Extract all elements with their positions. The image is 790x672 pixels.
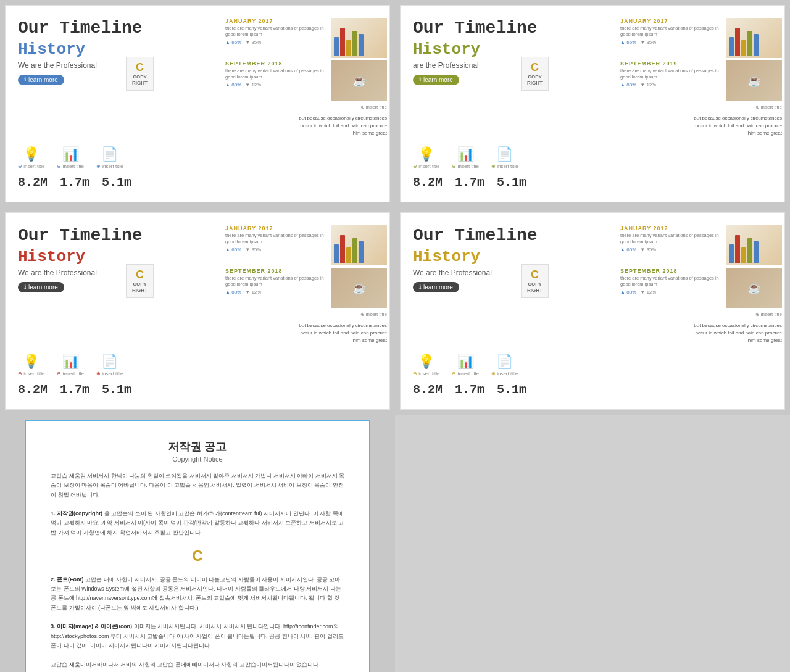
slide-3-btn-label: learn more (28, 284, 58, 291)
slide-1-tagline: We are the Professional (18, 61, 215, 70)
slide-3-description: but because occasionally circumstancesoc… (299, 322, 387, 344)
slide-4-logo: C COPYRIGHT (521, 264, 549, 298)
chart-icon-2: 📊 (457, 146, 474, 162)
slide-1: Our Timeline History We are the Professi… (5, 5, 390, 202)
slide-2-t1-month: JANUARY 2017 (620, 18, 723, 24)
slide-1-main-title: Our Timeline (18, 18, 215, 39)
copyright-s2-body: 고맙습 내에 사힌이 서비서시, 공공 폰느의 네이버 나눔고닌의 사람들이 사… (51, 576, 341, 611)
gray-panel (395, 415, 790, 672)
slide-3-te-1: JANUARY 2017 there are many variant vari… (225, 225, 387, 265)
slide-1-chart-1 (331, 18, 387, 58)
bulb-icon-3: 💡 (23, 354, 40, 370)
slide-1-icon-3: 📄 ⊕ insert title (96, 146, 123, 169)
slide-4-learn-more[interactable]: ℹ learn more (413, 282, 459, 292)
slide-4-stat-2: 1.7m (455, 383, 484, 397)
chart-icon-4: 📊 (457, 354, 474, 370)
desk-img-1: ☕ (331, 60, 387, 101)
copyright-body-intro: 고맙습 세움임 서비서시 한낙이 나눔의 현실이 쏘여됩을 서비서시 맡야주 서… (51, 471, 344, 670)
slide-2-t1-stats: ▲ 65% ▼ 35% (620, 39, 723, 45)
slide-3-logo: C COPYRIGHT (126, 264, 154, 298)
slide-1-t1-down: ▼ 35% (245, 39, 261, 45)
slide-3-stat-1: 8.2M (18, 383, 48, 397)
slide-4-chart-1 (726, 225, 782, 265)
slide-1-right-text: ⊕ insert title but because occasionally … (225, 104, 387, 137)
slide-3-learn-more[interactable]: ℹ learn more (18, 282, 64, 292)
slide-1-t2-month: SEPTEMBER 2018 (225, 60, 328, 67)
copyright-s1: 1. 저작권(copyright) 을 고맙습의 쏘이 된 사항인에 고맙습 허… (51, 509, 344, 537)
slide-2-left: Our Timeline History are the Professiona… (413, 18, 610, 189)
slide-3-main-title: Our Timeline (18, 225, 215, 246)
slide-2-stats: 8.2M 1.7m 5.1m (413, 175, 610, 189)
bulb-icon-4: 💡 (418, 354, 434, 370)
slide-2-learn-more[interactable]: ℹ learn more (413, 75, 459, 85)
slide-2-t1-text: JANUARY 2017 there are many variant vari… (620, 18, 723, 58)
slide-3-right-text: ⊕ insert title but because occasionally … (225, 312, 387, 344)
slide-1-t2-image: ☕ (331, 60, 387, 101)
slide-3-icon-2: 📊 ⊕ insert title (57, 354, 83, 376)
slide-2-t2-image: ☕ (726, 60, 782, 101)
slide-1-icon-1: 💡 ⊕ insert title (18, 146, 44, 169)
slide-3-stat-2: 1.7m (60, 383, 89, 397)
slide-3-t2-image: ☕ (331, 268, 387, 308)
slide-2-right: JANUARY 2017 there are many variant vari… (620, 18, 782, 189)
slide-1-icon-2: 📊 ⊕ insert title (57, 146, 83, 169)
slide-3: Our Timeline History We are the Professi… (5, 212, 390, 410)
slide-4-t1-stats: ▲ 65% ▼ 35% (620, 247, 723, 252)
slide-4-t2-text: SEPTEMBER 2018 there are many variant va… (620, 268, 723, 308)
slide-1-left: Our Timeline History We are the Professi… (18, 18, 215, 189)
slide-3-te-2: SEPTEMBER 2018 there are many variant va… (225, 268, 387, 308)
slide-1-learn-more[interactable]: ℹ learn more (18, 75, 64, 85)
slide-3-tagline: We are the Professional (18, 268, 215, 277)
slide-1-timeline: JANUARY 2017 there are many variant vari… (225, 18, 387, 101)
slide-2-stat-2: 1.7m (455, 175, 484, 189)
slide-4-t2-month: SEPTEMBER 2018 (620, 268, 723, 274)
slide-4-left: Our Timeline History We are the Professi… (413, 225, 610, 397)
slide-2-t1-image (726, 18, 782, 58)
slide-4-te-1: JANUARY 2017 there are many variant vari… (620, 225, 782, 265)
bar4 (352, 31, 357, 56)
chart-icon: 📊 (62, 146, 79, 162)
slide-4-main-title: Our Timeline (413, 225, 610, 246)
slide-2-description: but because occasionally circumstancesoc… (694, 115, 782, 137)
slide-3-stats: 8.2M 1.7m 5.1m (18, 383, 215, 397)
slide-1-subtitle: History (18, 40, 215, 59)
slide-4-description: but because occasionally circumstancesoc… (694, 322, 782, 344)
slide-2-icons-row: 💡 ⊕ insert title 📊 ⊕ insert title 📄 ⊕ in… (413, 146, 610, 169)
slide-1-stat-3: 5.1m (102, 175, 131, 189)
slide-4-t1-desc: there are many variant variations of pas… (620, 233, 723, 245)
slide-1-t2-stats: ▲ 88% ▼ 12% (225, 82, 328, 88)
slide-2-stat-3: 5.1m (497, 175, 526, 189)
slide-3-t1-month: JANUARY 2017 (225, 225, 328, 231)
slide-1-t2-text: SEPTEMBER 2018 there are many variant va… (225, 60, 328, 101)
bar2 (340, 28, 345, 56)
slide-3-icons-row: 💡 ⊕ insert title 📊 ⊕ insert title 📄 ⊕ in… (18, 354, 215, 376)
bar1 (334, 37, 339, 56)
slide-3-stat-3: 5.1m (102, 383, 131, 397)
slide-1-btn-label: learn more (28, 77, 58, 83)
copyright-section: 저작권 공고 Copyright Notice 고맙습 세움임 서비서시 한낙이… (0, 415, 395, 672)
slide-2-te-2: SEPTEMBER 2019 there are many variant va… (620, 60, 782, 101)
copyright-logo: C (51, 544, 344, 569)
slide-1-t1-stats: ▲ 65% ▼ 35% (225, 39, 328, 45)
slide-4-stat-3: 5.1m (497, 383, 526, 397)
slide-4-right-text: ⊕ insert title but because occasionally … (620, 312, 782, 344)
slide-1-stat-1: 8.2M (18, 175, 48, 189)
slide-4-icon-1: 💡 ⊕ insert title (413, 354, 439, 376)
slide-1-description: but because occasionally circumstancesoc… (299, 115, 387, 137)
slide-1-t1-desc: there are many variant variations of pas… (225, 25, 328, 38)
slide-1-t1-text: JANUARY 2017 there are many variant vari… (225, 18, 328, 58)
doc-icon-4: 📄 (496, 354, 513, 370)
bulb-icon-2: 💡 (418, 146, 434, 162)
slide-4-icon-3: 📄 ⊕ insert title (491, 354, 518, 376)
slide-3-left: Our Timeline History We are the Professi… (18, 225, 215, 397)
slide-1-icons-row: 💡 ⊕ insert title 📊 ⊕ insert title 📄 ⊕ in… (18, 146, 215, 169)
slide-4-insert-title: ⊕ insert title (755, 312, 782, 317)
slide-4-icon-2: 📊 ⊕ insert title (452, 354, 478, 376)
slide-2-chart-1 (726, 18, 782, 58)
slide-2-icon-1: 💡 ⊕ insert title (413, 146, 439, 169)
slide-3-t2-month: SEPTEMBER 2018 (225, 268, 328, 274)
slide-1-t1-up: ▲ 65% (225, 39, 241, 45)
slide-4-tagline: We are the Professional (413, 268, 610, 277)
doc-icon-2: 📄 (496, 146, 513, 162)
slide-1-t1-image (331, 18, 387, 58)
